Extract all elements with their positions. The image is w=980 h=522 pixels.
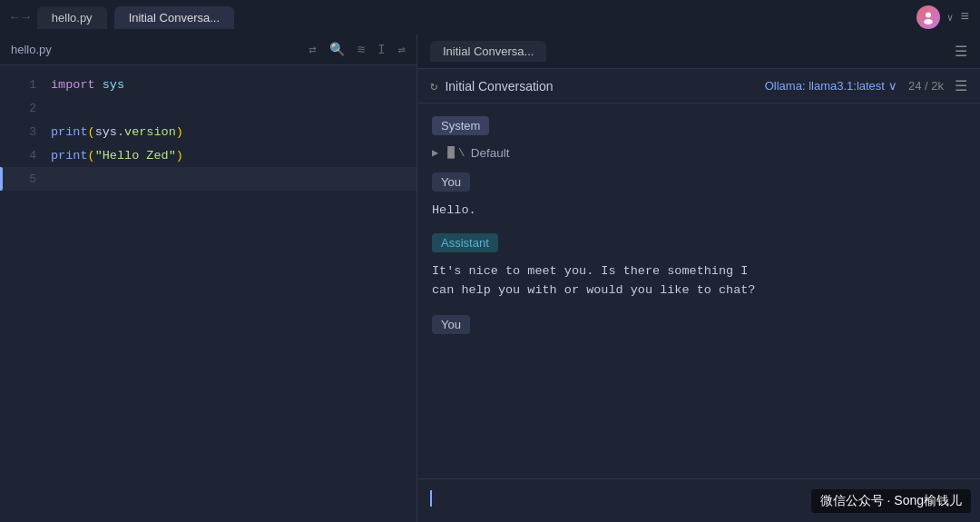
code-panel: hello.py ⇄ 🔍 ≋ I ⇌ 1 import sys 2 xyxy=(0,34,417,522)
assistant-badge-row: Assistant xyxy=(432,233,965,254)
avatar-chevron[interactable]: ∨ xyxy=(947,12,954,24)
code-filename: hello.py xyxy=(11,43,52,56)
chat-titlebar: ↻ Initial Conversation Ollama: llama3.1:… xyxy=(417,69,980,103)
nav-forward[interactable]: → xyxy=(22,10,29,25)
message-hello: Hello. xyxy=(432,199,965,222)
avatar[interactable] xyxy=(916,5,940,29)
default-section-icon: ▐▌\ xyxy=(444,146,465,160)
code-line-5: 5 xyxy=(0,167,416,191)
message-assistant-line2: can help you with or would you like to c… xyxy=(432,283,755,297)
default-row[interactable]: ▶ ▐▌\ Default xyxy=(432,143,965,163)
message-assistant-line1: It's nice to meet you. Is there somethin… xyxy=(432,264,748,278)
code-line-4: 4 print("Hello Zed") xyxy=(0,143,416,167)
search-icon[interactable]: 🔍 xyxy=(329,42,345,57)
code-header: hello.py ⇄ 🔍 ≋ I ⇌ xyxy=(0,34,416,65)
you-badge-1-row: You xyxy=(432,172,965,193)
token-count: 24 / 2k xyxy=(908,79,944,93)
svg-point-1 xyxy=(924,19,933,25)
code-line-3: 3 print(sys.version) xyxy=(0,120,416,143)
default-section-label: Default xyxy=(471,146,510,160)
code-actions: ⇄ 🔍 ≋ I ⇌ xyxy=(309,42,406,57)
code-line-2: 2 xyxy=(0,96,416,120)
input-cursor xyxy=(430,490,432,507)
titlebar-right: ∨ ≡ xyxy=(916,5,969,29)
model-chevron: ∨ xyxy=(888,79,897,93)
model-label: Ollama: llama3.1:latest xyxy=(765,79,885,93)
menu-icon[interactable]: ≡ xyxy=(960,9,969,25)
chat-title-right: Ollama: llama3.1:latest ∨ 24 / 2k ☰ xyxy=(765,77,967,95)
titlebar-left: ← → hello.py Initial Conversa... xyxy=(11,6,234,29)
you-badge-2-row: You xyxy=(432,315,965,336)
nav-arrows: ← → xyxy=(11,10,30,25)
refresh-icon[interactable]: ↻ xyxy=(430,78,437,94)
sync-icon[interactable]: ⇄ xyxy=(309,42,316,57)
assistant-badge: Assistant xyxy=(432,233,498,252)
model-selector[interactable]: Ollama: llama3.1:latest ∨ xyxy=(765,79,897,93)
chat-title: Initial Conversation xyxy=(445,79,553,94)
tab-hello-py[interactable]: hello.py xyxy=(37,6,107,29)
nav-back[interactable]: ← xyxy=(11,10,18,25)
message-assistant: It's nice to meet you. Is there somethin… xyxy=(432,260,965,302)
fn-print-2: print xyxy=(51,149,88,163)
chat-input-area[interactable] xyxy=(417,478,980,522)
keyword-import: import xyxy=(51,78,103,92)
main-content: hello.py ⇄ 🔍 ≋ I ⇌ 1 import sys 2 xyxy=(0,34,980,522)
svg-point-0 xyxy=(926,13,931,18)
system-badge-row: System xyxy=(432,116,965,137)
chat-list-icon[interactable]: ☰ xyxy=(955,77,967,95)
module-sys: sys xyxy=(103,78,124,92)
tab-chat[interactable]: Initial Conversa... xyxy=(430,41,546,62)
tab-initial-conversation[interactable]: Initial Conversa... xyxy=(114,6,234,29)
code-body: 1 import sys 2 3 print(sys.version) 4 xyxy=(0,65,416,522)
chat-title-left: ↻ Initial Conversation xyxy=(430,78,554,94)
code-line-1: 1 import sys xyxy=(0,73,416,96)
chat-panel: Initial Conversa... ☰ ↻ Initial Conversa… xyxy=(417,34,980,522)
chat-header-left: Initial Conversa... xyxy=(430,41,546,62)
collapse-arrow: ▶ xyxy=(432,146,438,160)
you-badge-2: You xyxy=(432,315,470,334)
string-hello-zed: "Hello Zed" xyxy=(95,149,176,163)
format-icon[interactable]: ≋ xyxy=(358,42,365,57)
chat-menu-icon[interactable]: ☰ xyxy=(955,43,967,61)
you-badge-1: You xyxy=(432,172,470,192)
line-indicator xyxy=(0,167,3,191)
system-badge: System xyxy=(432,116,489,135)
attr-version: version xyxy=(124,125,176,139)
chat-body: System ▶ ▐▌\ Default You Hello. Assistan… xyxy=(417,103,980,478)
fn-print: print xyxy=(51,125,88,139)
cursor-icon[interactable]: I xyxy=(377,43,385,57)
chat-header: Initial Conversa... ☰ xyxy=(417,34,980,69)
titlebar: ← → hello.py Initial Conversa... ∨ ≡ xyxy=(0,0,980,34)
settings-icon[interactable]: ⇌ xyxy=(398,42,406,57)
